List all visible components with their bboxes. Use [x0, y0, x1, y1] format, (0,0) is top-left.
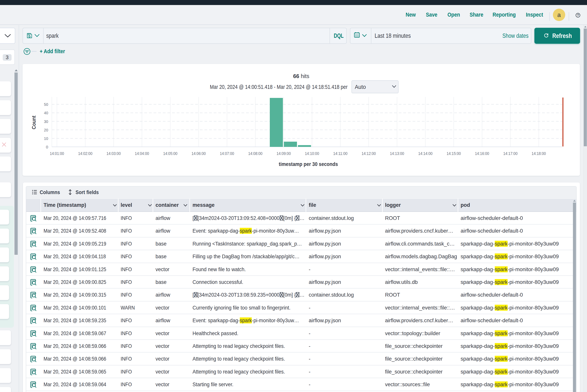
svg-text:Count: Count: [31, 116, 37, 129]
svg-text:14:11:00: 14:11:00: [333, 151, 348, 156]
svg-text:50: 50: [44, 102, 48, 106]
svg-text:14:08:00: 14:08:00: [248, 151, 262, 156]
svg-text:14:10:00: 14:10:00: [305, 151, 319, 156]
svg-text:14:05:00: 14:05:00: [163, 151, 178, 156]
svg-text:40: 40: [44, 110, 48, 115]
svg-text:30: 30: [44, 119, 48, 124]
svg-text:14:07:00: 14:07:00: [220, 151, 234, 156]
svg-text:14:17:00: 14:17:00: [503, 151, 518, 156]
svg-text:14:15:00: 14:15:00: [446, 151, 461, 156]
svg-text:14:12:00: 14:12:00: [362, 151, 376, 156]
svg-text:14:01:00: 14:01:00: [50, 151, 64, 156]
svg-text:14:16:00: 14:16:00: [475, 151, 489, 156]
svg-text:20: 20: [44, 128, 48, 132]
svg-text:14:18:00: 14:18:00: [532, 151, 546, 156]
svg-text:14:03:00: 14:03:00: [106, 151, 121, 156]
svg-text:14:14:00: 14:14:00: [418, 151, 432, 156]
svg-text:14:04:00: 14:04:00: [135, 151, 149, 156]
svg-text:14:13:00: 14:13:00: [390, 151, 404, 156]
svg-text:timestamp per 30 seconds: timestamp per 30 seconds: [279, 161, 338, 167]
svg-text:14:02:00: 14:02:00: [78, 151, 92, 156]
svg-text:10: 10: [44, 136, 48, 141]
svg-text:14:09:00: 14:09:00: [276, 151, 291, 156]
svg-text:0: 0: [46, 145, 48, 149]
svg-text:14:06:00: 14:06:00: [192, 151, 206, 156]
